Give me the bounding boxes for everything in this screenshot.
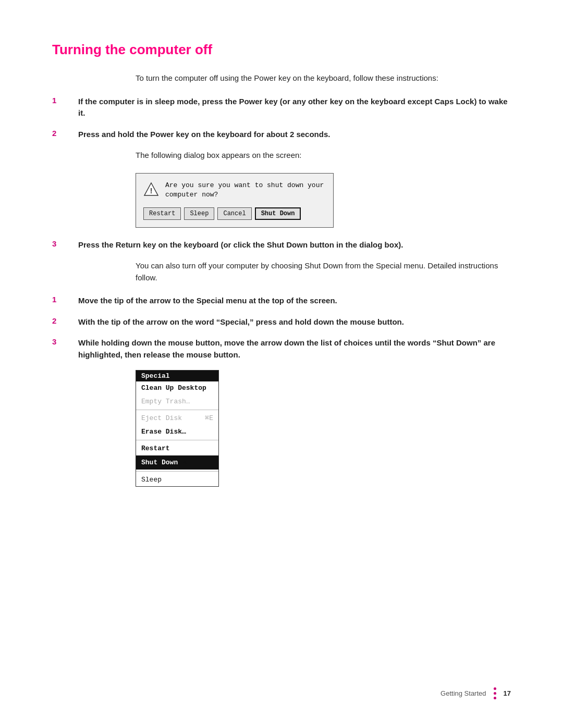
menu-item-sleep[interactable]: Sleep — [136, 473, 218, 487]
footer-section-label: Getting Started — [440, 689, 486, 697]
footer-dot-3 — [494, 697, 496, 699]
ejectdisk-shortcut: ⌘E — [205, 413, 213, 424]
step-text-1: If the computer is in sleep mode, press … — [78, 96, 511, 119]
step-text-2: Press and hold the Power key on the keyb… — [78, 129, 330, 141]
step-row-g2-2: 2 With the tip of the arrow on the word … — [52, 316, 511, 328]
svg-text:!: ! — [150, 187, 153, 195]
menu-wrapper: Special Clean Up Desktop Empty Trash… Ej… — [136, 370, 511, 487]
step-number-g2-1: 1 — [52, 295, 78, 304]
sleep-button[interactable]: Sleep — [184, 207, 214, 220]
step-text-g2-2: With the tip of the arrow on the word “S… — [78, 316, 404, 328]
menu-divider-3 — [136, 471, 218, 472]
menu-item-cleanup[interactable]: Clean Up Desktop — [136, 381, 218, 395]
menu-item-ejectdisk: Eject Disk ⌘E — [136, 412, 218, 425]
body-text: You can also turn off your computer by c… — [136, 260, 511, 283]
dialog-box: ! Are you sure you want to shut down you… — [136, 173, 334, 228]
menu-divider-1 — [136, 410, 218, 410]
step-row-g2-3: 3 While holding down the mouse button, m… — [52, 337, 511, 361]
footer-dot-1 — [494, 687, 496, 690]
menu-item-emptytrash: Empty Trash… — [136, 395, 218, 409]
dialog-top: ! Are you sure you want to shut down you… — [143, 181, 324, 201]
step-number-2: 2 — [52, 129, 78, 138]
step-row-1: 1 If the computer is in sleep mode, pres… — [52, 96, 511, 119]
cancel-button[interactable]: Cancel — [217, 207, 251, 220]
menu-title: Special — [136, 371, 218, 381]
cursor-arrow-icon: ↖ — [183, 457, 187, 468]
step-row-2: 2 Press and hold the Power key on the ke… — [52, 129, 511, 141]
special-menu: Special Clean Up Desktop Empty Trash… Ej… — [136, 370, 219, 487]
dialog-wrapper: ! Are you sure you want to shut down you… — [136, 173, 511, 228]
step-row-3: 3 Press the Return key on the keyboard (… — [52, 239, 511, 251]
footer-dots-decoration — [494, 687, 496, 699]
intro-text: To turn the computer off using the Power… — [136, 72, 511, 84]
step-text-g2-1: Move the tip of the arrow to the Special… — [78, 295, 337, 307]
ejectdisk-label: Eject Disk — [141, 413, 182, 424]
step-number-g2-2: 2 — [52, 316, 78, 325]
menu-item-erasedisk[interactable]: Erase Disk… — [136, 425, 218, 439]
step-text-g2-3: While holding down the mouse button, mov… — [78, 337, 511, 361]
section-title: Turning the computer off — [52, 42, 511, 58]
page-container: Turning the computer off To turn the com… — [0, 0, 563, 544]
restart-button[interactable]: Restart — [143, 207, 181, 220]
footer-dot-2 — [494, 692, 496, 695]
menu-divider-2 — [136, 440, 218, 440]
page-number: 17 — [504, 689, 511, 697]
step-text-3: Press the Return key on the keyboard (or… — [78, 239, 403, 251]
step-number-g2-3: 3 — [52, 337, 78, 346]
warning-icon: ! — [143, 182, 159, 201]
menu-item-shutdown[interactable]: Shut Down ↖ — [136, 455, 218, 470]
dialog-message: Are you sure you want to shut down your … — [165, 181, 324, 200]
step-row-g2-1: 1 Move the tip of the arrow to the Speci… — [52, 295, 511, 307]
shutdown-button[interactable]: Shut Down — [255, 207, 301, 220]
dialog-buttons: Restart Sleep Cancel Shut Down — [143, 207, 324, 220]
step-number-1: 1 — [52, 96, 78, 105]
page-footer: Getting Started 17 — [440, 687, 511, 699]
menu-item-restart[interactable]: Restart — [136, 442, 218, 455]
step-number-3: 3 — [52, 239, 78, 248]
dialog-intro-text: The following dialog box appears on the … — [136, 150, 511, 162]
